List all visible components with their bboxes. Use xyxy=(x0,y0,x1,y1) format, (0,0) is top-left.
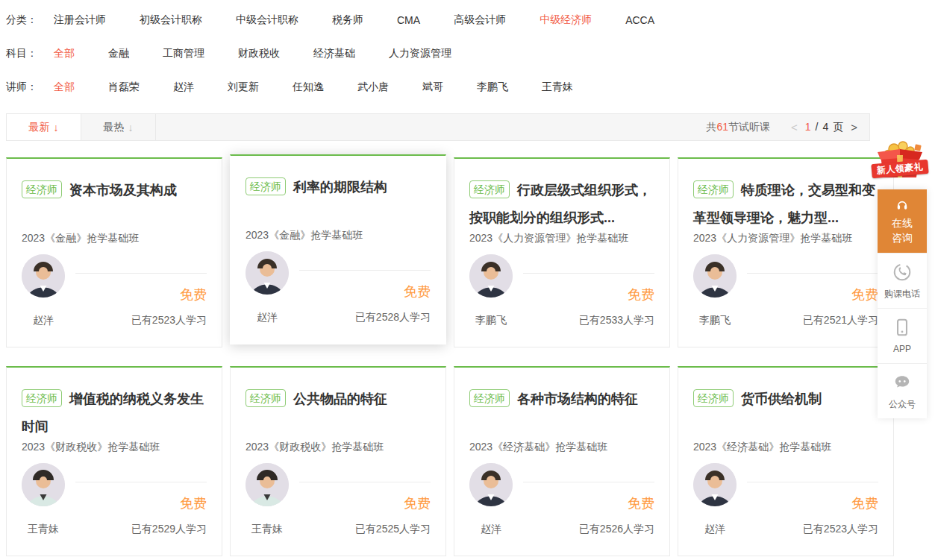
course-card[interactable]: 经济师货币供给机制 2023《经济基础》抢学基础班 xyxy=(678,366,894,556)
course-series: 2023《财政税收》抢学基础班 xyxy=(246,441,431,454)
learners-count: 已有2528人学习 xyxy=(355,311,431,324)
course-badge: 经济师 xyxy=(22,389,62,407)
sort-desc-icon: ↓ xyxy=(54,122,59,133)
course-series: 2023《人力资源管理》抢学基础班 xyxy=(693,232,878,245)
course-card-right: 免费 xyxy=(747,463,878,512)
teacher-name: 李鹏飞 xyxy=(693,314,737,327)
current-page: 1 xyxy=(805,121,811,134)
course-badge: 经济师 xyxy=(246,389,286,407)
teacher-avatar xyxy=(246,463,289,506)
course-badge: 经济师 xyxy=(469,389,510,407)
price-label: 免费 xyxy=(299,494,431,512)
course-title: 各种市场结构的特征 xyxy=(517,391,638,406)
course-card-right: 免费 xyxy=(299,463,431,512)
filter-option-subject[interactable]: 财政税收 xyxy=(238,47,280,60)
filter-option-category[interactable]: 注册会计师 xyxy=(54,13,106,27)
learners-count: 已有2523人学习 xyxy=(803,523,878,536)
filter-items-subject: 全部 金融 工商管理 财政税收 经济基础 人力资源管理 xyxy=(54,47,451,60)
filter-option-category[interactable]: 初级会计职称 xyxy=(140,13,202,27)
learners-count: 已有2526人学习 xyxy=(579,523,654,536)
app-icon xyxy=(892,318,912,337)
course-title-row: 经济师货币供给机制 xyxy=(693,368,878,441)
pagination: < 1 / 4 页 > xyxy=(791,121,857,134)
filter-option-category[interactable]: 中级经济师 xyxy=(540,13,592,27)
filter-row-category: 分类： 注册会计师 初级会计职称 中级会计职称 税务师 CMA 高级会计师 中级… xyxy=(6,3,935,37)
filter-option-category[interactable]: ACCA xyxy=(625,14,654,26)
course-title-row: 经济师各种市场结构的特征 xyxy=(469,368,654,441)
course-card[interactable]: 经济师利率的期限结构 2023《金融》抢学基础班 xyxy=(230,154,446,345)
filter-row-teacher: 讲师： 全部 肖磊荣 赵洋 刘更新 任知逸 武小唐 斌哥 李鹏飞 xyxy=(6,70,935,104)
course-title-row: 经济师特质理论，交易型和变革型领导理论，魅力型... xyxy=(693,159,878,232)
filter-option-subject[interactable]: 全部 xyxy=(54,47,75,60)
sort-tab-hottest[interactable]: 最热 ↓ xyxy=(81,114,156,140)
teacher-avatar-graphic xyxy=(22,463,65,506)
price-label: 免费 xyxy=(747,286,878,303)
divider xyxy=(75,273,207,274)
course-card[interactable]: 经济师各种市场结构的特征 2023《经济基础》抢学基础班 xyxy=(454,366,670,556)
filter-option-subject[interactable]: 经济基础 xyxy=(313,47,355,60)
teacher-avatar-graphic xyxy=(469,463,513,506)
filter-option-subject[interactable]: 工商管理 xyxy=(163,47,204,60)
total-count-number: 61 xyxy=(716,121,728,133)
app-download-button[interactable]: APP xyxy=(878,309,927,364)
filter-option-teacher[interactable]: 李鹏飞 xyxy=(477,81,508,94)
phone-order-button[interactable]: 购课电话 xyxy=(878,254,927,309)
wechat-icon xyxy=(892,373,912,392)
learners-count: 已有2525人学习 xyxy=(355,523,431,536)
filter-option-category[interactable]: 税务师 xyxy=(332,13,363,27)
filter-option-teacher[interactable]: 武小唐 xyxy=(357,81,389,94)
filter-option-teacher[interactable]: 斌哥 xyxy=(422,81,443,94)
sort-tab-newest[interactable]: 最新 ↓ xyxy=(7,114,81,140)
price-label: 免费 xyxy=(523,494,654,512)
course-card-footer: 赵洋 已有2523人学习 xyxy=(22,314,207,327)
filter-option-teacher[interactable]: 全部 xyxy=(54,81,75,94)
course-title-row: 经济师利率的期限结构 xyxy=(246,156,431,229)
course-card-right: 免费 xyxy=(75,463,207,512)
online-consult-button[interactable]: 在线咨询 xyxy=(878,189,927,254)
course-card[interactable]: 经济师特质理论，交易型和变革型领导理论，魅力型... 2023《人力资源管理》抢… xyxy=(678,157,894,347)
course-title-row: 经济师行政层级式组织形式，按职能划分的组织形式... xyxy=(469,159,654,232)
teacher-avatar xyxy=(469,463,513,506)
filter-option-category[interactable]: 中级会计职称 xyxy=(236,13,298,27)
filter-option-teacher[interactable]: 赵洋 xyxy=(173,81,194,94)
prev-page-icon[interactable]: < xyxy=(791,121,798,133)
course-series: 2023《财政税收》抢学基础班 xyxy=(22,441,207,454)
online-consult-label: 在线咨询 xyxy=(890,215,914,245)
filter-option-teacher[interactable]: 任知逸 xyxy=(293,81,324,94)
course-badge: 经济师 xyxy=(693,389,734,407)
course-series: 2023《经济基础》抢学基础班 xyxy=(693,441,878,454)
course-badge: 经济师 xyxy=(469,180,510,198)
course-title: 货币供给机制 xyxy=(741,391,822,406)
course-card[interactable]: 经济师行政层级式组织形式，按职能划分的组织形式... 2023《人力资源管理》抢… xyxy=(454,157,670,347)
filter-option-subject[interactable]: 金融 xyxy=(108,47,129,60)
course-badge: 经济师 xyxy=(22,180,62,198)
course-title: 资本市场及其构成 xyxy=(69,183,177,198)
price-label: 免费 xyxy=(75,286,207,303)
divider xyxy=(747,273,878,274)
filter-option-subject[interactable]: 人力资源管理 xyxy=(389,47,451,60)
teacher-avatar-graphic xyxy=(246,251,289,295)
course-card-body: 免费 xyxy=(22,254,207,303)
filter-option-category[interactable]: 高级会计师 xyxy=(454,13,506,27)
course-card[interactable]: 经济师公共物品的特征 2023《财政税收》抢学基础班 xyxy=(230,366,446,556)
sort-tab-label: 最热 xyxy=(104,121,125,134)
teacher-avatar xyxy=(469,254,513,298)
course-title: 利率的期限结构 xyxy=(293,180,387,195)
new-user-gift-banner[interactable]: 新人领豪礼 xyxy=(872,140,928,182)
divider xyxy=(523,482,654,482)
filter-option-teacher[interactable]: 王青妹 xyxy=(542,81,573,94)
total-count-text: 共61节试听课 xyxy=(706,121,770,134)
filter-option-teacher[interactable]: 肖磊荣 xyxy=(108,81,140,94)
filter-option-teacher[interactable]: 刘更新 xyxy=(228,81,259,94)
teacher-avatar xyxy=(246,251,289,295)
filter-items-category: 注册会计师 初级会计职称 中级会计职称 税务师 CMA 高级会计师 中级经济师 … xyxy=(54,13,654,27)
filter-option-category[interactable]: CMA xyxy=(397,14,420,26)
teacher-avatar-graphic xyxy=(22,254,65,298)
divider xyxy=(299,270,431,271)
course-card[interactable]: 经济师资本市场及其构成 2023《金融》抢学基础班 xyxy=(6,157,222,347)
sort-desc-icon: ↓ xyxy=(128,122,134,133)
next-page-icon[interactable]: > xyxy=(851,121,857,133)
course-card[interactable]: 经济师增值税的纳税义务发生时间 2023《财政税收》抢学基础班 xyxy=(6,366,222,556)
learners-count: 已有2521人学习 xyxy=(803,314,878,327)
wechat-official-button[interactable]: 公众号 xyxy=(878,364,927,418)
